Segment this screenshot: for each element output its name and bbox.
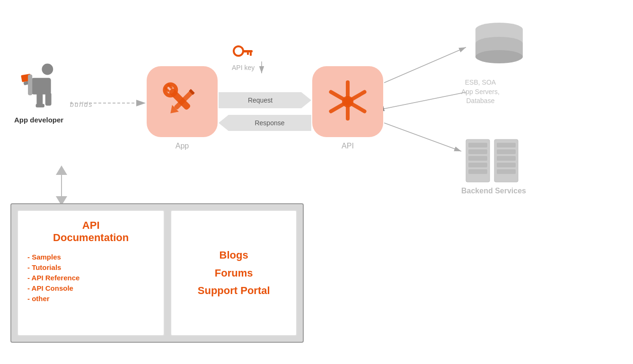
svg-rect-34 [250,52,252,56]
server-icon [464,137,525,184]
svg-rect-55 [497,163,516,167]
svg-rect-48 [468,156,487,161]
doc-item-other: - other [27,295,154,303]
svg-rect-18 [36,104,44,107]
key-icon [233,43,254,61]
svg-rect-56 [497,169,516,174]
doc-item-api-console: - API Console [27,284,154,292]
svg-point-44 [475,50,523,63]
svg-line-8 [384,123,461,151]
esb-soa-label: ESB, SOA App Servers, Database [461,78,500,106]
svg-rect-19 [28,75,32,95]
database-icon [468,19,530,76]
svg-rect-50 [468,169,487,174]
app-icon [147,66,218,137]
doc-item-api-reference: - API Reference [27,274,154,282]
community-title: BlogsForumsSupport Portal [198,246,270,299]
builds-arrow: builds [70,101,95,108]
svg-rect-33 [242,50,253,52]
app-developer-label: App developer [14,116,63,124]
request-arrow: Request [219,92,311,108]
svg-point-12 [42,64,53,75]
svg-line-6 [384,47,466,83]
app-developer: App developer [14,61,63,124]
doc-item-tutorials: - Tutorials [27,263,154,271]
response-arrow: Response [219,115,311,131]
request-response-arrows: Request Response [219,92,311,131]
svg-marker-10 [56,165,67,175]
api-label: API [312,142,383,150]
svg-rect-16 [37,93,43,106]
svg-point-32 [234,46,243,56]
svg-rect-46 [468,143,487,147]
svg-rect-17 [45,93,52,106]
api-doc-title: APIDocumentation [27,219,154,244]
bottom-section: APIDocumentation - Samples - Tutorials -… [10,203,304,343]
esb-soa-icon [468,19,530,76]
svg-rect-54 [497,156,516,161]
app-label: App [147,142,218,150]
svg-text:Request: Request [248,96,273,104]
api-doc-items: - Samples - Tutorials - API Reference - … [27,253,154,303]
svg-rect-52 [497,143,516,147]
app-icon-svg [156,76,208,128]
svg-rect-49 [468,163,487,167]
svg-rect-53 [497,149,516,154]
api-key-area: API key [232,43,255,71]
svg-text:Response: Response [255,119,284,127]
person-icon [18,61,60,113]
doc-item-samples: - Samples [27,253,154,261]
api-documentation-box: APIDocumentation - Samples - Tutorials -… [17,210,165,336]
backend-services-icon [464,137,525,184]
api-icon [312,66,383,137]
svg-rect-35 [247,52,249,55]
api-icon-svg [322,76,374,128]
diagram-container: App developer builds App [0,0,633,364]
community-box: BlogsForumsSupport Portal [170,210,297,336]
builds-label: builds [70,101,93,108]
svg-rect-28 [346,80,350,102]
svg-line-7 [384,92,466,109]
api-key-label: API key [232,64,255,71]
backend-services-label: Backend Services [461,187,526,195]
svg-rect-47 [468,149,487,154]
svg-rect-13 [32,78,51,95]
